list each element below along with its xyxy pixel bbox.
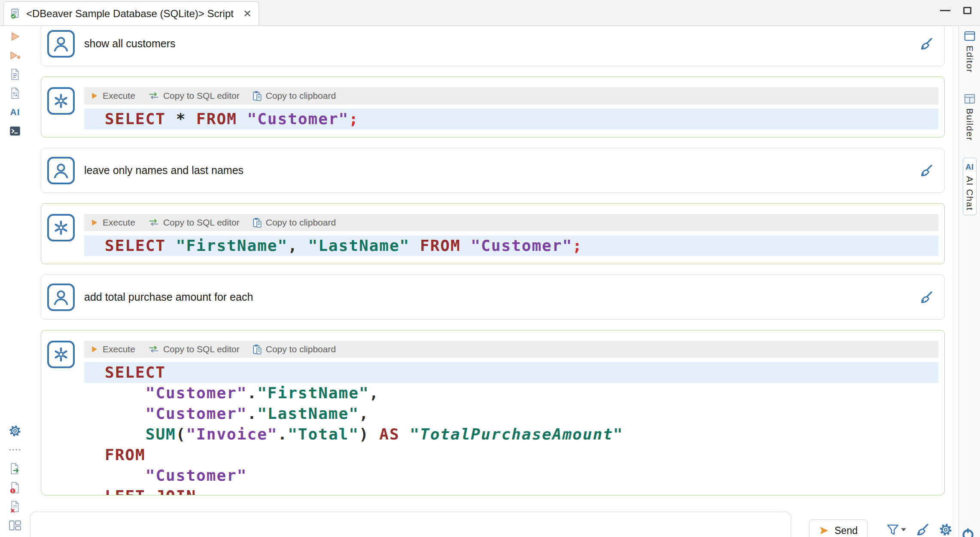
copy-to-clipboard-label: Copy to clipboard: [266, 217, 336, 228]
ai-chat-panel: show all customers Execute Copy to SQL e…: [30, 26, 953, 537]
copy-to-clipboard-button[interactable]: Copy to clipboard: [253, 344, 336, 354]
copy-to-sql-editor-button[interactable]: Copy to SQL editor: [148, 217, 240, 228]
tab-editor[interactable]: Editor: [964, 31, 975, 73]
swap-arrows-icon: [148, 92, 159, 100]
tab-ai-chat[interactable]: AI AI Chat: [963, 158, 977, 216]
clear-message-icon[interactable]: [919, 37, 933, 51]
gear-icon[interactable]: [939, 523, 953, 537]
maximize-icon[interactable]: [963, 7, 971, 14]
editor-icon: [964, 31, 975, 41]
filter-icon[interactable]: [886, 524, 906, 536]
user-message-text: add total purchase amount for each: [84, 291, 919, 303]
tab-builder[interactable]: Builder: [964, 94, 975, 141]
copy-to-clipboard-label: Copy to clipboard: [266, 91, 336, 101]
dbeaver-window: <DBeaver Sample Database (SQLite)> Scrip…: [0, 0, 980, 537]
sql-code-block: SELECT "FirstName", "LastName" FROM "Cus…: [84, 235, 938, 256]
sql-code-line: "Customer": [84, 465, 938, 486]
tab-close-icon[interactable]: ✕: [243, 9, 252, 19]
execute-button[interactable]: Execute: [90, 217, 135, 228]
ai-message-body: Execute Copy to SQL editor Copy to clipb…: [84, 341, 938, 495]
script-icon[interactable]: [7, 67, 23, 82]
sql-code-line: "Customer"."LastName",: [84, 403, 938, 424]
user-message: show all customers: [41, 26, 945, 66]
scrollbar[interactable]: [953, 26, 959, 537]
clear-message-icon[interactable]: [919, 290, 933, 304]
sql-code-line: SELECT "FirstName", "LastName" FROM "Cus…: [84, 235, 938, 256]
sql-code-line: LEFT JOIN: [84, 486, 938, 495]
sql-script-icon: [10, 8, 21, 19]
execute-label: Execute: [103, 217, 135, 228]
sql-toolbar: Execute Copy to SQL editor Copy to clipb…: [84, 87, 938, 104]
clear-chat-icon[interactable]: [916, 523, 929, 537]
clear-message-icon[interactable]: [919, 164, 933, 177]
window-controls: [940, 7, 971, 14]
user-message-text: show all customers: [84, 37, 919, 50]
chat-input[interactable]: [30, 512, 791, 537]
execute-button[interactable]: Execute: [90, 344, 135, 354]
ai-avatar: [47, 341, 75, 368]
right-tab-strip: Editor Builder AI AI Chat: [959, 26, 980, 537]
sql-code-line: SELECT * FROM "Customer";: [84, 109, 938, 129]
copy-to-sql-editor-button[interactable]: Copy to SQL editor: [148, 344, 240, 354]
copy-to-clipboard-button[interactable]: Copy to clipboard: [253, 91, 336, 101]
left-toolbar: AI: [0, 26, 30, 537]
execute-play-icon: [90, 92, 99, 100]
sql-code-block: SELECT "Customer"."FirstName", "Customer…: [84, 362, 938, 495]
swap-arrows-icon: [148, 218, 159, 227]
copy-to-sql-editor-label: Copy to SQL editor: [163, 217, 240, 228]
error-document-icon[interactable]: [7, 480, 23, 495]
script-editor-tab[interactable]: <DBeaver Sample Database (SQLite)> Scrip…: [3, 1, 259, 25]
user-message-text: leave only names and last names: [84, 164, 919, 177]
user-message: add total purchase amount for each: [41, 275, 945, 320]
copy-to-sql-editor-label: Copy to SQL editor: [163, 91, 240, 101]
execute-script-icon[interactable]: [7, 29, 23, 44]
send-icon: [819, 525, 829, 536]
sql-code-line: "Customer"."FirstName",: [84, 383, 938, 403]
execute-play-icon: [90, 218, 99, 227]
execute-label: Execute: [103, 91, 135, 101]
ai-message-body: Execute Copy to SQL editor Copy to clipb…: [84, 214, 938, 256]
builder-icon: [964, 94, 975, 104]
user-avatar: [47, 284, 75, 311]
ai-avatar: [47, 214, 75, 241]
chat-composer: Send: [30, 512, 953, 537]
copy-to-clipboard-button[interactable]: Copy to clipboard: [253, 217, 336, 228]
script-log-icon[interactable]: [7, 86, 23, 101]
sql-console-icon[interactable]: [7, 124, 23, 138]
spreadsheet-export-icon[interactable]: [7, 499, 23, 514]
execute-label: Execute: [103, 344, 135, 354]
tab-title: <DBeaver Sample Database (SQLite)> Scrip…: [26, 8, 234, 20]
execute-new-tab-icon[interactable]: [7, 48, 23, 63]
user-message: leave only names and last names: [41, 148, 945, 193]
execute-play-icon: [90, 345, 99, 354]
clipboard-icon: [253, 344, 262, 354]
clipboard-icon: [253, 91, 262, 101]
ai-message: Execute Copy to SQL editor Copy to clipb…: [41, 330, 945, 495]
settings-icon[interactable]: [7, 424, 23, 438]
panel-layout-icon[interactable]: [7, 518, 23, 533]
minimize-icon[interactable]: [940, 10, 950, 11]
sql-code-line: SUM("Invoice"."Total") AS "TotalPurchase…: [84, 424, 938, 445]
more-dots-icon[interactable]: [7, 442, 23, 457]
ai-avatar: [47, 87, 75, 115]
sql-toolbar: Execute Copy to SQL editor Copy to clipb…: [84, 214, 938, 231]
sql-code-line: SELECT: [84, 362, 938, 383]
send-button[interactable]: Send: [809, 519, 867, 537]
execute-button[interactable]: Execute: [90, 91, 135, 101]
ai-message-body: Execute Copy to SQL editor Copy to clipb…: [84, 87, 938, 129]
copy-to-sql-editor-button[interactable]: Copy to SQL editor: [148, 91, 240, 101]
panel-corner-icon: [962, 528, 974, 537]
export-file-icon[interactable]: [7, 461, 23, 476]
user-avatar: [47, 30, 75, 58]
ai-chat-icon: AI: [965, 162, 974, 172]
ai-message: Execute Copy to SQL editor Copy to clipb…: [41, 203, 945, 264]
user-avatar: [47, 157, 75, 184]
copy-to-clipboard-label: Copy to clipboard: [266, 344, 336, 354]
swap-arrows-icon: [148, 345, 159, 354]
chevron-down-icon: [901, 528, 906, 531]
chat-message-list: show all customers Execute Copy to SQL e…: [30, 26, 953, 506]
sql-code-block: SELECT * FROM "Customer";: [84, 109, 938, 129]
sql-toolbar: Execute Copy to SQL editor Copy to clipb…: [84, 341, 938, 358]
tab-bar: <DBeaver Sample Database (SQLite)> Scrip…: [0, 0, 980, 26]
ai-assistant-icon[interactable]: AI: [7, 105, 23, 119]
